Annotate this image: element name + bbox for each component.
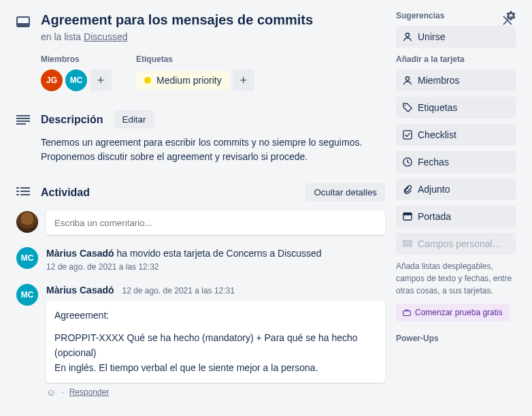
activity-time[interactable]: 12 de ago. de 2021 a las 12:32 bbox=[46, 262, 385, 272]
card-title[interactable]: Agreement para los mensajes de commits bbox=[41, 11, 385, 29]
tag-icon bbox=[403, 103, 412, 112]
svg-point-2 bbox=[405, 33, 409, 37]
list-link[interactable]: Discussed bbox=[84, 31, 128, 42]
list-location: en la lista Discussed bbox=[41, 31, 385, 42]
checklist-icon bbox=[403, 130, 412, 140]
close-button[interactable] bbox=[497, 10, 518, 31]
activity-title: Actividad bbox=[41, 187, 90, 199]
edit-description-button[interactable]: Editar bbox=[114, 110, 154, 129]
svg-rect-1 bbox=[17, 23, 29, 27]
reply-link[interactable]: Responder bbox=[69, 387, 110, 397]
description-body[interactable]: Tenemos un agreement para escribir los c… bbox=[41, 135, 385, 164]
add-label-button[interactable]: + bbox=[233, 69, 254, 91]
powerups-title: Power-Ups bbox=[396, 334, 516, 343]
attachment-button[interactable]: Adjunto bbox=[396, 178, 516, 200]
user-icon bbox=[403, 32, 412, 42]
activity-avatar[interactable]: MC bbox=[16, 284, 38, 306]
description-title: Descripción bbox=[41, 114, 103, 126]
start-trial-button[interactable]: Comenzar prueba gratis bbox=[396, 304, 510, 321]
cover-icon bbox=[403, 212, 412, 221]
current-user-avatar[interactable] bbox=[16, 211, 38, 233]
custom-fields-note: Añada listas desplegables, campos de tex… bbox=[396, 260, 516, 297]
labels-label: Etiquetas bbox=[136, 54, 254, 64]
tag-dot-icon bbox=[144, 77, 151, 84]
member-avatar-jg[interactable]: JG bbox=[41, 69, 63, 91]
svg-rect-9 bbox=[403, 241, 412, 243]
user-icon bbox=[403, 76, 412, 85]
dates-button[interactable]: Fechas bbox=[396, 151, 516, 173]
label-tag[interactable]: Medium priority bbox=[136, 71, 230, 90]
svg-rect-11 bbox=[403, 311, 411, 316]
add-to-card-title: Añadir a la tarjeta bbox=[396, 54, 516, 64]
svg-rect-5 bbox=[403, 131, 412, 139]
svg-rect-8 bbox=[403, 213, 412, 216]
custom-fields-button: Campos personal… bbox=[396, 233, 516, 255]
svg-rect-10 bbox=[403, 244, 412, 246]
cover-button[interactable]: Portada bbox=[396, 206, 516, 227]
members-button[interactable]: Miembros bbox=[396, 69, 516, 91]
card-icon bbox=[16, 11, 30, 27]
svg-point-4 bbox=[405, 105, 406, 106]
activity-time[interactable]: 12 de ago. de 2021 a las 12:31 bbox=[122, 286, 234, 295]
checklist-button[interactable]: Checklist bbox=[396, 124, 516, 146]
activity-text: Màrius Casadó ha movido esta tarjeta de … bbox=[46, 247, 385, 261]
activity-avatar[interactable]: MC bbox=[16, 247, 38, 269]
fields-icon bbox=[403, 239, 412, 249]
close-icon bbox=[502, 15, 513, 26]
members-label: Miembros bbox=[41, 54, 112, 64]
activity-author: Màrius Casadó 12 de ago. de 2021 a las 1… bbox=[46, 284, 385, 298]
clock-icon bbox=[403, 157, 412, 167]
react-button[interactable]: ☺︎ bbox=[46, 387, 56, 398]
add-member-button[interactable]: + bbox=[90, 69, 112, 91]
activity-icon bbox=[16, 187, 30, 198]
description-icon bbox=[16, 115, 30, 125]
comment-input[interactable] bbox=[46, 211, 385, 235]
paperclip-icon bbox=[403, 185, 412, 194]
labels-button[interactable]: Etiquetas bbox=[396, 97, 516, 118]
briefcase-icon bbox=[403, 308, 411, 317]
member-avatar-mc[interactable]: MC bbox=[65, 69, 87, 91]
hide-details-button[interactable]: Ocultar detalles bbox=[305, 183, 385, 202]
suggestions-title: Sugerencias bbox=[396, 11, 444, 20]
svg-point-3 bbox=[405, 77, 409, 80]
comment-body[interactable]: Agreeement: PROPPIT-XXXX Qué se ha hecho… bbox=[46, 301, 385, 383]
